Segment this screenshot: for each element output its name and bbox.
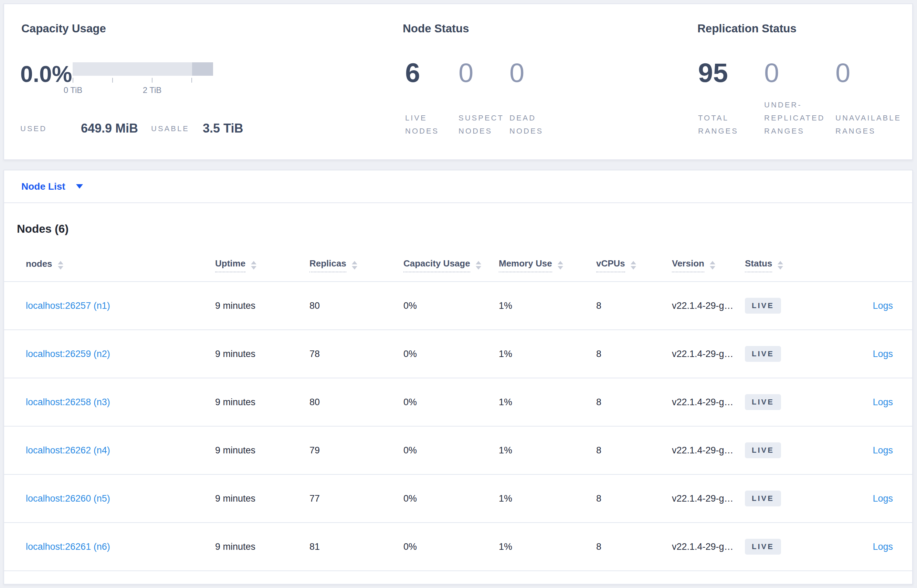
sort-down-arrow-icon bbox=[778, 266, 783, 270]
uptime-cell: 9 minutes bbox=[215, 445, 310, 456]
node-list-card: Node List Nodes (6) nodesUptimeReplicasC… bbox=[3, 170, 913, 585]
uptime-cell: 9 minutes bbox=[215, 541, 310, 552]
node-link[interactable]: localhost:26257 (n1) bbox=[26, 300, 215, 311]
sort-icon[interactable] bbox=[476, 261, 481, 270]
status-badge: LIVE bbox=[745, 539, 781, 555]
column-header-version[interactable]: Version bbox=[672, 258, 745, 272]
sort-icon[interactable] bbox=[778, 261, 783, 270]
sort-down-arrow-icon bbox=[352, 266, 357, 270]
node-link[interactable]: localhost:26261 (n6) bbox=[26, 541, 215, 552]
stat-label-live-nodes: LIVE NODES bbox=[405, 111, 439, 138]
sort-icon[interactable] bbox=[251, 261, 257, 270]
uptime-cell: 9 minutes bbox=[215, 493, 310, 504]
column-header-label: Uptime bbox=[215, 258, 245, 272]
axis-tick-label: 0 TiB bbox=[64, 86, 82, 95]
sort-icon[interactable] bbox=[58, 261, 63, 270]
sort-up-arrow-icon bbox=[558, 261, 563, 264]
version-cell: v22.1.4-29-g… bbox=[672, 493, 745, 504]
sort-down-arrow-icon bbox=[476, 266, 481, 270]
status-badge: LIVE bbox=[745, 298, 781, 313]
node-list-dropdown-label: Node List bbox=[21, 181, 65, 192]
node-list-dropdown[interactable]: Node List bbox=[21, 181, 83, 192]
column-header-label: Capacity Usage bbox=[404, 258, 470, 272]
cluster-summary-card: Capacity Usage 0.0% 0 TiB 2 TiB USED 649… bbox=[3, 3, 913, 160]
logs-link[interactable]: Logs bbox=[873, 493, 893, 504]
memory-use-cell: 1% bbox=[499, 397, 596, 408]
memory-use-cell: 1% bbox=[499, 300, 596, 311]
stat-value-suspect-nodes: 0 bbox=[458, 59, 473, 86]
replicas-cell: 77 bbox=[310, 493, 404, 504]
replicas-cell: 78 bbox=[310, 349, 404, 359]
logs-link[interactable]: Logs bbox=[873, 445, 893, 456]
nodes-title-block: Nodes (6) bbox=[4, 203, 912, 235]
vcpus-cell: 8 bbox=[596, 300, 672, 311]
capacity-usage-cell: 0% bbox=[404, 493, 499, 504]
capacity-bar-dark-segment bbox=[192, 62, 213, 76]
status-cell: LIVE bbox=[745, 298, 872, 313]
column-header-label: Replicas bbox=[310, 258, 346, 272]
column-header-memory-use[interactable]: Memory Use bbox=[499, 258, 596, 272]
logs-link[interactable]: Logs bbox=[873, 397, 893, 407]
status-badge: LIVE bbox=[745, 443, 781, 458]
axis-tick bbox=[112, 78, 113, 82]
column-header-label: Status bbox=[745, 258, 772, 272]
status-badge: LIVE bbox=[745, 491, 781, 506]
uptime-cell: 9 minutes bbox=[215, 300, 310, 311]
memory-use-cell: 1% bbox=[499, 541, 596, 552]
sort-icon[interactable] bbox=[352, 261, 357, 270]
capacity-usage-bar bbox=[73, 62, 213, 76]
logs-link[interactable]: Logs bbox=[873, 349, 893, 359]
logs-link[interactable]: Logs bbox=[873, 300, 893, 311]
usable-label: USABLE bbox=[151, 124, 189, 133]
memory-use-cell: 1% bbox=[499, 349, 596, 359]
version-cell: v22.1.4-29-g… bbox=[672, 541, 745, 552]
stat-label-under-replicated-ranges: UNDER- REPLICATED RANGES bbox=[764, 99, 825, 138]
capacity-usage-cell: 0% bbox=[404, 300, 499, 311]
capacity-usage-title: Capacity Usage bbox=[21, 22, 106, 35]
stat-value-live-nodes: 6 bbox=[405, 59, 420, 86]
uptime-cell: 9 minutes bbox=[215, 397, 310, 408]
sort-up-arrow-icon bbox=[631, 261, 636, 264]
node-link[interactable]: localhost:26260 (n5) bbox=[26, 493, 215, 504]
column-header-vcpus[interactable]: vCPUs bbox=[596, 258, 672, 272]
capacity-used-percent: 0.0% bbox=[20, 63, 72, 86]
nodes-table-header: nodesUptimeReplicasCapacity UsageMemory … bbox=[4, 235, 912, 282]
status-cell: LIVE bbox=[745, 539, 872, 555]
logs-link[interactable]: Logs bbox=[873, 541, 893, 552]
node-link[interactable]: localhost:26258 (n3) bbox=[26, 397, 215, 408]
sort-icon[interactable] bbox=[558, 261, 563, 270]
stat-value-unavailable-ranges: 0 bbox=[835, 59, 850, 86]
logs-cell: Logs bbox=[873, 397, 893, 408]
version-cell: v22.1.4-29-g… bbox=[672, 445, 745, 456]
sort-icon[interactable] bbox=[710, 261, 715, 270]
stat-value-total-ranges: 95 bbox=[698, 59, 728, 86]
memory-use-cell: 1% bbox=[499, 445, 596, 456]
column-header-replicas[interactable]: Replicas bbox=[310, 258, 404, 272]
capacity-usage-cell: 0% bbox=[404, 349, 499, 359]
replicas-cell: 81 bbox=[310, 541, 404, 552]
sort-icon[interactable] bbox=[631, 261, 636, 270]
column-header-nodes[interactable]: nodes bbox=[26, 258, 215, 272]
version-cell: v22.1.4-29-g… bbox=[672, 300, 745, 311]
table-row: localhost:26258 (n3)9 minutes800%1%8v22.… bbox=[4, 378, 912, 426]
status-badge: LIVE bbox=[745, 394, 781, 410]
used-label: USED bbox=[20, 124, 47, 133]
version-cell: v22.1.4-29-g… bbox=[672, 397, 745, 408]
node-link[interactable]: localhost:26262 (n4) bbox=[26, 445, 215, 456]
node-link[interactable]: localhost:26259 (n2) bbox=[26, 349, 215, 359]
replication-status-title: Replication Status bbox=[697, 22, 796, 35]
nodes-table-body: localhost:26257 (n1)9 minutes800%1%8v22.… bbox=[4, 282, 912, 571]
uptime-cell: 9 minutes bbox=[215, 349, 310, 359]
caret-down-icon bbox=[76, 184, 83, 189]
sort-down-arrow-icon bbox=[58, 266, 63, 270]
column-header-status[interactable]: Status bbox=[745, 258, 872, 272]
stat-value-dead-nodes: 0 bbox=[509, 59, 524, 86]
table-row: localhost:26260 (n5)9 minutes770%1%8v22.… bbox=[4, 475, 912, 523]
column-header-label: Version bbox=[672, 258, 704, 272]
stat-label-unavailable-ranges: UNAVAILABLE RANGES bbox=[835, 111, 901, 138]
column-header-uptime[interactable]: Uptime bbox=[215, 258, 310, 272]
status-cell: LIVE bbox=[745, 443, 872, 458]
vcpus-cell: 8 bbox=[596, 541, 672, 552]
column-header-capacity-usage[interactable]: Capacity Usage bbox=[404, 258, 499, 272]
status-cell: LIVE bbox=[745, 346, 872, 362]
